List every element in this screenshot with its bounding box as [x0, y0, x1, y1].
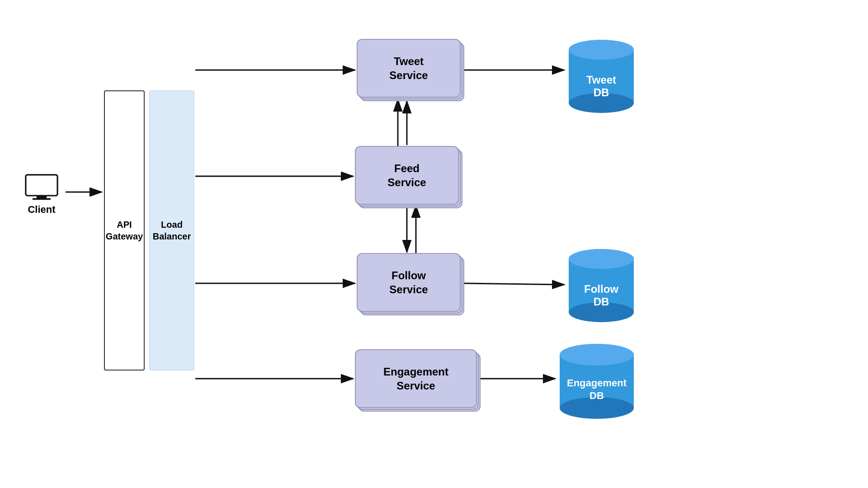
- client-label: Client: [28, 204, 55, 216]
- svg-point-13: [569, 249, 634, 269]
- svg-text:Engagement: Engagement: [567, 377, 627, 389]
- engagement-db-icon: Engagement DB: [556, 341, 637, 422]
- diagram: Client APIGateway LoadBalancer TweetServ…: [0, 0, 868, 488]
- client-container: Client: [24, 174, 60, 216]
- api-gateway-label: APIGateway: [106, 219, 143, 242]
- follow-db-container: Follow DB: [565, 245, 637, 327]
- svg-line-33: [464, 283, 564, 285]
- engagement-db-container: Engagement DB: [556, 341, 637, 422]
- feed-service-label: FeedService: [387, 161, 426, 189]
- api-gateway: APIGateway: [104, 90, 145, 371]
- engagement-service-label: EngagementService: [383, 365, 448, 393]
- svg-point-7: [569, 40, 634, 60]
- tweet-service-label: TweetService: [389, 54, 428, 82]
- svg-rect-3: [28, 177, 56, 194]
- svg-text:DB: DB: [594, 296, 609, 308]
- tweet-db-container: Tweet DB: [565, 36, 637, 117]
- svg-rect-2: [33, 198, 51, 200]
- svg-text:Tweet: Tweet: [586, 74, 616, 86]
- svg-text:DB: DB: [590, 390, 604, 401]
- load-balancer-label: LoadBalancer: [153, 219, 191, 242]
- tweet-db-icon: Tweet DB: [565, 36, 637, 117]
- svg-point-19: [560, 344, 634, 366]
- monitor-icon: [24, 174, 60, 201]
- follow-db-icon: Follow DB: [565, 245, 637, 327]
- load-balancer: LoadBalancer: [149, 90, 194, 371]
- svg-text:Follow: Follow: [584, 283, 618, 295]
- svg-rect-1: [37, 196, 47, 198]
- follow-service-label: FollowService: [389, 268, 428, 296]
- svg-text:DB: DB: [594, 86, 609, 99]
